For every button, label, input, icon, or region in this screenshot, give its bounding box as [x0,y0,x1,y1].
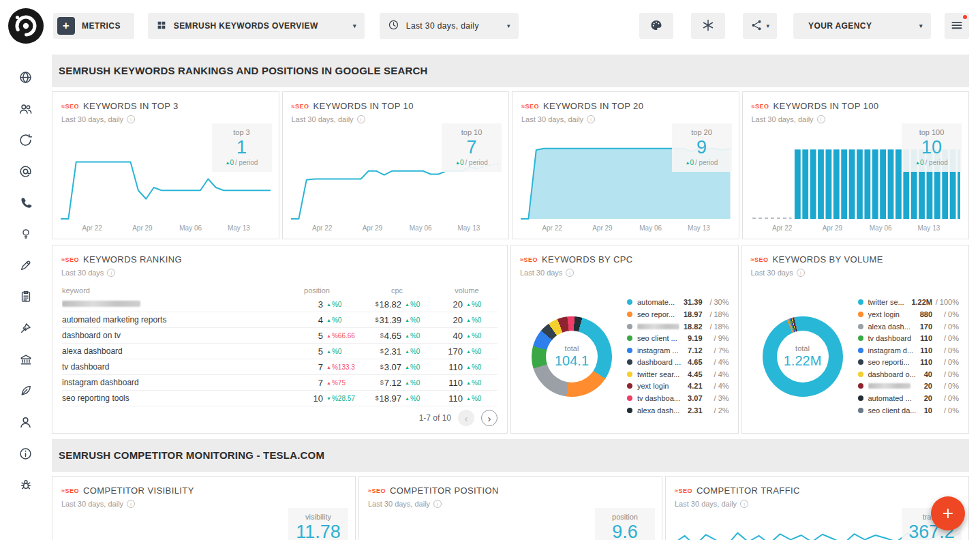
legend-label: automated ... [868,394,920,402]
up-arrow-icon: ▲ [326,333,331,338]
sidebar-item-reports[interactable] [10,281,42,312]
currency-symbol: $ [380,379,384,386]
legend-label: dashboard o... [868,370,920,378]
sidebar-item-data-refresh[interactable] [10,124,42,155]
table-row: automated marketing reports4▲%0$31.39▲%0… [62,312,497,328]
sidebar-item-integrations[interactable] [10,469,42,500]
bank-icon [19,352,33,366]
sidebar-item-clients[interactable] [10,93,42,124]
prev-page-button[interactable]: ‹ [458,410,474,426]
semrush-icon: ≈SEO [521,103,539,110]
cell-value: 170 [448,346,463,357]
pos-cell: 5▲%0 [276,346,358,357]
share-icon [750,19,763,33]
legend-value: 1.22M [911,298,932,306]
sidebar-item-branding[interactable] [10,375,42,406]
info-icon[interactable]: i [433,500,442,508]
info-icon[interactable]: i [357,115,365,123]
info-icon[interactable]: i [797,269,805,277]
metric-summary: visibility 11.78 [288,508,348,540]
legend-percent: / 3% [705,394,729,402]
redacted-label [868,383,910,389]
currency-symbol: $ [375,301,378,308]
vol-cell: 20▲%0 [436,299,497,310]
section-title-competitors: SEMRUSH COMPETITOR MONITORING - TESLA.CO… [52,439,969,472]
snowflake-button[interactable] [691,13,725,39]
change-badge: ▲%66.66 [326,332,358,340]
legend-value: 3.07 [688,394,702,402]
legend-label: twitter sear... [637,370,684,378]
metric-value: 11.78 [291,522,346,540]
app-logo[interactable] [8,8,44,44]
legend-item: yext login880/ 0% [858,308,960,320]
x-axis-labels: Apr 22Apr 29May 06May 13 [751,224,961,234]
cpc-cell: $18.82▲%0 [358,299,436,310]
up-arrow-icon: ▲ [915,160,920,165]
card-title: KEYWORDS IN TOP 20 [543,101,643,111]
card-competitor-traffic: ≈SEOCOMPETITOR TRAFFIC Last 30 days, dai… [665,476,969,540]
sidebar-item-calls[interactable] [10,187,42,218]
agency-select[interactable]: YOUR AGENCY ▾ [793,13,931,39]
sidebar-item-web[interactable] [10,61,42,93]
sidebar-item-design[interactable] [10,312,42,344]
info-icon[interactable]: i [817,115,825,123]
pagination-info: 1-7 of 10 [419,413,451,423]
pencil-icon [19,258,33,272]
cell-value: 4 [318,315,323,325]
legend-label: seo repor... [637,310,679,318]
notification-dot [963,15,967,19]
sidebar-item-account[interactable] [10,406,42,438]
legend-percent: / 0% [934,346,959,355]
change-badge: ▲%0 [405,301,436,308]
info-icon[interactable]: i [107,269,115,277]
info-icon[interactable]: i [740,500,748,508]
legend-percent: / 100% [934,298,959,306]
legend-color-dot [858,395,863,401]
legend-label: automate... [637,298,679,306]
sidebar-item-agency[interactable] [10,344,42,375]
menu-button[interactable] [945,13,969,39]
period-select[interactable]: Last 30 days, daily ▾ [380,13,519,39]
theme-palette-button[interactable] [639,13,673,39]
legend-value: 31.39 [684,298,703,306]
bug-icon [19,478,33,492]
info-icon[interactable]: i [127,500,135,508]
users-icon [18,102,33,116]
add-widget-fab[interactable]: + [931,496,965,530]
info-icon[interactable]: i [587,115,595,123]
next-page-button[interactable]: › [481,410,497,426]
legend-label [868,382,920,390]
legend-value: 4.65 [688,358,702,366]
legend-label: alexa dash... [868,322,916,331]
x-axis-labels: Apr 22Apr 29May 06May 13 [291,224,501,234]
table-row: dashboard on tv5▲%66.66$4.65▲%040▲%0 [62,328,497,344]
down-arrow-icon: ▼ [326,396,331,401]
share-button[interactable]: ▾ [743,13,777,39]
sidebar-item-mentions[interactable] [10,155,42,187]
add-metrics-button[interactable]: + METRICS [53,13,134,39]
info-icon[interactable]: i [127,115,135,123]
legend-color-dot [858,372,863,377]
vol-cell: 20▲%0 [436,315,497,325]
sidebar-item-editor[interactable] [10,250,42,281]
metric-label: top 10 [444,128,499,136]
legend-label: seo client ... [637,334,684,342]
sidebar-item-info[interactable] [10,438,42,469]
main-content: SEMRUSH KEYWORDS RANKINGS AND POSITIONS … [51,52,980,540]
info-icon[interactable]: i [566,269,574,277]
dashboard-select[interactable]: SEMRUSH KEYWORDS OVERVIEW ▾ [148,13,365,39]
currency-symbol: $ [380,363,384,370]
legend-value: 880 [920,310,932,318]
legend-color-dot [627,395,632,401]
card-subtitle: Last 30 days, daily [61,500,123,508]
axis-tick-label: Apr 22 [82,224,102,232]
sidebar-item-insights[interactable] [10,218,42,250]
legend-percent: / 7% [705,346,729,355]
cell-value: $7.12 [380,378,401,388]
card-keywords-top20: ≈SEOKEYWORDS IN TOP 20 Last 30 days, dai… [512,91,739,239]
keyword-cell: automated marketing reports [62,315,276,325]
legend-label: twitter se... [868,298,908,306]
metric-change: ▲0/ period [215,159,269,166]
card-title: COMPETITOR TRAFFIC [696,485,800,496]
semrush-icon: ≈SEO [368,487,386,494]
